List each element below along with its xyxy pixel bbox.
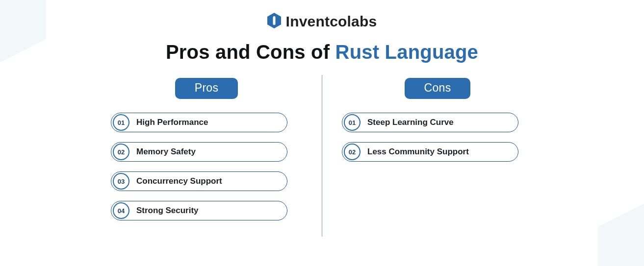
- item-label: Memory Safety: [136, 147, 196, 157]
- item-number-badge: 04: [113, 202, 129, 219]
- item-number-badge: 01: [344, 114, 361, 131]
- pros-heading-chip: Pros: [175, 78, 238, 99]
- pros-cons-columns: Pros 01 High Performance 02 Memory Safet…: [0, 78, 644, 237]
- column-divider: [322, 75, 322, 237]
- item-label: Strong Security: [136, 206, 199, 216]
- brand-logo-icon: [267, 13, 281, 30]
- list-item: 02 Memory Safety: [111, 142, 287, 162]
- list-item: 02 Less Community Support: [342, 142, 518, 162]
- item-label: Less Community Support: [367, 147, 469, 157]
- item-number-badge: 02: [113, 144, 129, 160]
- pros-items: 01 High Performance 02 Memory Safety 03 …: [111, 113, 302, 220]
- cons-column: Cons 01 Steep Learning Curve 02 Less Com…: [322, 78, 553, 162]
- cons-items: 01 Steep Learning Curve 02 Less Communit…: [342, 113, 533, 162]
- svg-rect-1: [273, 16, 275, 25]
- item-label: High Performance: [136, 118, 208, 127]
- brand-name: Inventcolabs: [286, 13, 377, 30]
- list-item: 03 Concurrency Support: [111, 171, 287, 191]
- list-item: 01 Steep Learning Curve: [342, 113, 518, 132]
- item-label: Concurrency Support: [136, 176, 222, 186]
- cons-heading-chip: Cons: [405, 78, 471, 99]
- item-number-badge: 02: [344, 144, 361, 160]
- brand-header: Inventcolabs: [0, 0, 644, 30]
- pros-column: Pros 01 High Performance 02 Memory Safet…: [91, 78, 322, 220]
- title-accent: Rust Language: [335, 41, 479, 63]
- item-number-badge: 03: [113, 173, 129, 190]
- list-item: 04 Strong Security: [111, 201, 287, 220]
- page-title: Pros and Cons of Rust Language: [0, 41, 644, 63]
- title-prefix: Pros and Cons of: [166, 41, 335, 63]
- list-item: 01 High Performance: [111, 113, 287, 132]
- item-label: Steep Learning Curve: [367, 118, 454, 127]
- item-number-badge: 01: [113, 114, 129, 131]
